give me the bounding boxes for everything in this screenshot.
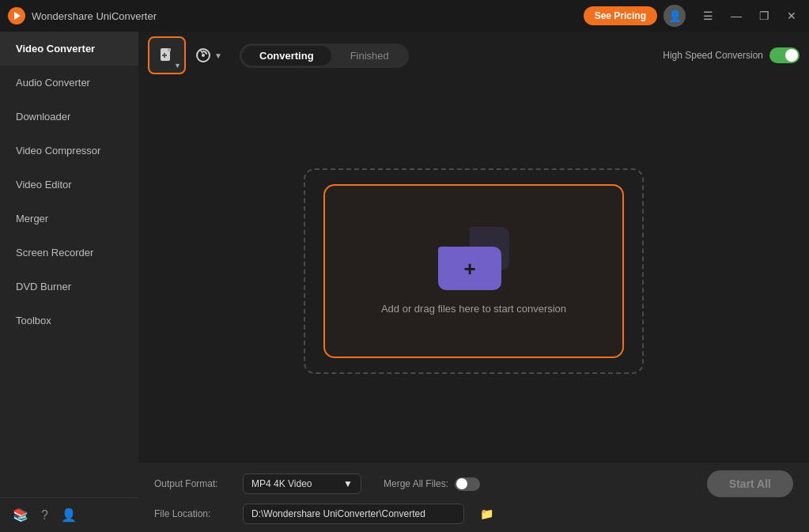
merge-toggle-group: Merge All Files: [384, 477, 480, 491]
output-format-label: Output Format: [154, 478, 233, 489]
svg-line-8 [201, 51, 202, 53]
speed-toggle-group: High Speed Conversion [663, 47, 800, 63]
window-controls: ☰ — ❐ ✕ [698, 9, 801, 23]
main-layout: Video Converter Audio Converter Download… [0, 32, 809, 532]
titlebar-left: Wondershare UniConverter [8, 7, 157, 25]
titlebar-right: See Pricing 👤 ☰ — ❐ ✕ [584, 5, 801, 27]
sidebar-item-screen-recorder[interactable]: Screen Recorder [0, 236, 138, 270]
sidebar-item-downloader[interactable]: Downloader [0, 100, 138, 134]
output-format-select[interactable]: MP4 4K Video ▼ [243, 474, 361, 494]
bottom-row-format: Output Format: MP4 4K Video ▼ Merge All … [154, 470, 793, 497]
titlebar: Wondershare UniConverter See Pricing 👤 ☰… [0, 0, 809, 32]
merge-toggle[interactable] [455, 477, 480, 491]
speed-toggle[interactable] [769, 47, 800, 63]
add-file-icon [158, 47, 176, 64]
format-chevron-icon: ▼ [343, 478, 353, 489]
user-avatar-button[interactable]: 👤 [663, 5, 686, 27]
see-pricing-button[interactable]: See Pricing [584, 6, 657, 25]
maximize-button[interactable]: ❐ [754, 9, 774, 23]
drop-zone-text: Add or drag files here to start conversi… [381, 303, 566, 315]
sidebar-item-video-compressor[interactable]: Video Compressor [0, 134, 138, 168]
sidebar-item-toolbox[interactable]: Toolbox [0, 304, 138, 338]
app-title: Wondershare UniConverter [32, 10, 157, 22]
sidebar-bottom: 📚 ? 👤 [0, 497, 138, 532]
menu-button[interactable]: ☰ [698, 9, 718, 23]
bottom-row-location: File Location: D:\Wondershare UniConvert… [154, 504, 793, 524]
folder-plus-icon: + [463, 258, 475, 279]
file-location-input[interactable]: D:\Wondershare UniConverter\Converted [243, 504, 464, 524]
sidebar: Video Converter Audio Converter Download… [0, 32, 138, 532]
drop-zone-wrapper: + Add or drag files here to start conver… [138, 79, 809, 462]
sidebar-item-merger[interactable]: Merger [0, 202, 138, 236]
add-url-button[interactable]: ▼ [192, 40, 224, 71]
sidebar-help-button[interactable]: ? [41, 507, 48, 523]
toolbar: ▼ ▼ Converting Finished [138, 32, 809, 79]
sidebar-item-video-converter[interactable]: Video Converter [0, 32, 138, 66]
speed-label: High Speed Conversion [663, 50, 763, 61]
drop-zone[interactable]: + Add or drag files here to start conver… [323, 184, 624, 358]
svg-point-7 [202, 54, 205, 57]
browse-folder-icon[interactable]: 📁 [480, 507, 493, 520]
tab-group: Converting Finished [240, 43, 409, 68]
app-logo-icon [8, 7, 25, 25]
add-chevron-icon: ▼ [174, 62, 181, 70]
sidebar-account-button[interactable]: 👤 [61, 507, 77, 523]
minimize-button[interactable]: — [726, 9, 747, 23]
add-url-chevron-icon: ▼ [214, 51, 222, 60]
tab-converting[interactable]: Converting [242, 46, 331, 66]
add-files-button[interactable]: ▼ [148, 36, 186, 74]
sidebar-item-video-editor[interactable]: Video Editor [0, 168, 138, 202]
start-all-button[interactable]: Start All [707, 470, 793, 497]
merge-label: Merge All Files: [384, 478, 448, 489]
file-location-label: File Location: [154, 508, 233, 519]
svg-rect-3 [168, 48, 171, 51]
sidebar-item-dvd-burner[interactable]: DVD Burner [0, 270, 138, 304]
bottom-bar: Output Format: MP4 4K Video ▼ Merge All … [138, 462, 809, 532]
sidebar-books-button[interactable]: 📚 [13, 507, 28, 523]
drop-zone-outer: + Add or drag files here to start conver… [304, 168, 644, 374]
tab-finished[interactable]: Finished [333, 46, 406, 66]
refresh-icon [194, 46, 213, 65]
sidebar-item-audio-converter[interactable]: Audio Converter [0, 66, 138, 100]
folder-icon-wrap: + [438, 227, 509, 290]
content-area: ▼ ▼ Converting Finished [138, 32, 809, 532]
close-button[interactable]: ✕ [782, 9, 801, 23]
folder-front-icon: + [438, 247, 501, 290]
